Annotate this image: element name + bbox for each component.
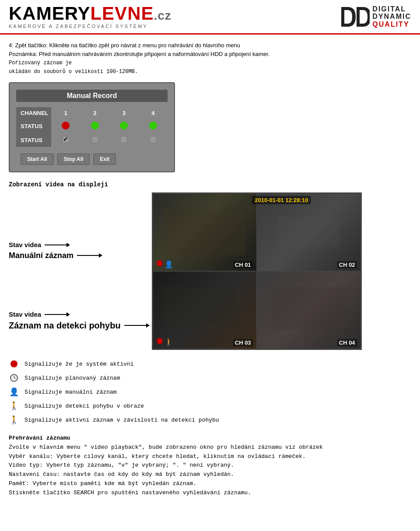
rec-dot-ch01 <box>157 260 163 266</box>
checkbox-1[interactable] <box>51 133 80 147</box>
status-dot-2 <box>80 119 110 133</box>
checkbox-4[interactable] <box>139 133 168 147</box>
start-all-button[interactable]: Start All <box>21 154 54 165</box>
intro-text: 4: Zpět tlačítko: Klikněte na tlačítko z… <box>9 41 411 76</box>
manualni-text: Manuální záznam <box>9 251 74 260</box>
legend-person-run-red-icon: 🚶 <box>9 401 19 411</box>
status-label-1: STATUS <box>16 119 51 133</box>
dot-green-4 <box>149 122 157 129</box>
legend-person-run-green-icon: 🚶 <box>9 415 19 425</box>
ddq-text: DIGITAL DYNAMIC QUALITY <box>372 5 411 28</box>
checkbox-checked-1[interactable] <box>62 136 69 143</box>
legend-icon-1 <box>9 373 19 383</box>
intro-line3: Pořizovaný záznam je ukládán do souborů … <box>9 60 138 75</box>
arrow-line-3 <box>45 314 66 315</box>
header: KAMERYLEVNE.cz KAMEROVÉ A ZABEZPEČOVACÍ … <box>0 0 420 35</box>
label-manualni-zaznam: Manuální záznam <box>9 251 150 260</box>
cam-icons-ch01: 👤 <box>157 260 173 269</box>
stop-all-button[interactable]: Stop All <box>57 154 90 165</box>
logo-left: KAMERYLEVNE.cz KAMEROVÉ A ZABEZPEČOVACÍ … <box>9 4 172 29</box>
cam-label-ch04: CH 04 <box>337 339 357 346</box>
cam-label-ch02: CH 02 <box>337 261 357 269</box>
arrow-line-4 <box>124 325 146 326</box>
side-labels: Stav videa Manuální záznam <box>9 192 152 350</box>
checkbox-2-el[interactable] <box>91 136 98 143</box>
legend-text-0: Signalizuje že je systém aktivní <box>24 361 134 367</box>
cam-label-ch01: CH 01 <box>233 261 253 269</box>
bottom-line-0: Zvolte v hlavním menu " video playback",… <box>9 443 411 452</box>
side-label-bottom: Stav videa Záznam na detekci pohybu <box>9 297 150 332</box>
bottom-heading: Přehrávání záznamu <box>9 434 411 443</box>
label-stav-video-2: Stav videa <box>9 311 150 319</box>
camera-cell-ch04: CH 04 <box>257 271 361 349</box>
ch3: 3 <box>109 107 139 119</box>
legend-dot-red-icon <box>10 360 18 367</box>
arrow-head-4 <box>146 323 150 328</box>
legend-icon-2: 👤 <box>9 387 19 397</box>
legend-person-blue-icon: 👤 <box>9 387 19 397</box>
rec-dot-ch03 <box>157 338 163 344</box>
cam-label-ch03: CH 03 <box>233 339 253 346</box>
table-row-status1: STATUS <box>16 119 168 133</box>
arrow-line-2 <box>77 255 99 256</box>
arrow-1 <box>45 243 70 247</box>
camera-grid-container: 2010-01-01 12:28:10 👤 CH 01 CH 02 <box>152 192 411 350</box>
checkbox-2[interactable] <box>80 133 110 147</box>
mr-buttons: Start All Stop All Exit <box>16 154 168 165</box>
legend-text-1: Signalizuje plánovaný záznam <box>24 375 120 381</box>
intro-line2: Poznámka: Před manuálním nahráváním zkon… <box>9 51 270 57</box>
video-section-heading: Zobrazení videa na displeji <box>9 181 411 188</box>
channel-label: CHANNEL <box>16 107 51 119</box>
arrow-head-3 <box>66 312 70 317</box>
checkbox-3[interactable] <box>109 133 139 147</box>
logo-levne: LEVNE <box>90 3 154 24</box>
camera-cell-ch03: 🚶 CH 03 <box>153 271 257 349</box>
legend-item-0: Signalizuje že je systém aktivní <box>9 359 411 369</box>
zaznam-text: Záznam na detekci pohybu <box>9 321 121 331</box>
bottom-line-1: Výběr kanálu: Vyberte cílový kanál, kter… <box>9 452 411 461</box>
labels-and-grid: Stav videa Manuální záznam <box>9 192 411 350</box>
manual-record-container: Manual Record CHANNEL 1 2 3 4 STATUS <box>9 82 411 172</box>
table-row-status2: STATUS <box>16 133 168 147</box>
logo-subtitle: KAMEROVÉ A ZABEZPEČOVACÍ SYSTÉMY <box>9 24 172 29</box>
dot-red-1 <box>62 122 70 129</box>
stav-text-2: Stav videa <box>9 311 41 318</box>
arrow-4 <box>124 323 150 328</box>
cam-icons-ch03: 🚶 <box>157 338 173 346</box>
checkbox-4-el[interactable] <box>150 136 157 143</box>
bottom-line-5: Stiskněte tlačítko SEARCH pro spuštění n… <box>9 489 411 498</box>
intro-line1: 4: Zpět tlačítko: Klikněte na tlačítko z… <box>9 42 240 49</box>
cam-timestamp: 2010-01-01 12:28:10 <box>252 196 311 204</box>
logo-cz: .cz <box>154 9 171 22</box>
bottom-line-4: Paměť: Vyberte místo paměti kde má být v… <box>9 479 411 489</box>
camera-cell-ch02: CH 02 <box>257 193 361 271</box>
stav-text-1: Stav videa <box>9 241 41 248</box>
legend-clock-icon <box>10 374 18 382</box>
legend-text-4: Signalizuje aktivní záznam v závislosti … <box>24 417 219 423</box>
camera-grid: 👤 CH 01 CH 02 🚶 CH 03 <box>152 192 362 350</box>
main-content: 4: Zpět tlačítko: Klikněte na tlačítko z… <box>0 35 420 504</box>
checkbox-3-el[interactable] <box>120 136 127 143</box>
status-dot-1 <box>51 119 80 133</box>
legend-icon-4: 🚶 <box>9 415 19 425</box>
video-section: Stav videa Manuální záznam <box>9 192 411 350</box>
manual-record-title: Manual Record <box>16 90 168 102</box>
rec-person-ch01: 👤 <box>164 260 173 269</box>
arrow-line-1 <box>45 245 66 245</box>
legend-item-1: Signalizuje plánovaný záznam <box>9 373 411 383</box>
ch4: 4 <box>139 107 168 119</box>
ddq-digital: DIGITAL <box>372 5 411 13</box>
arrow-head-2 <box>99 253 102 258</box>
legend-item-2: 👤 Signalizuje manuální záznam <box>9 387 411 397</box>
legend-icon-3: 🚶 <box>9 401 19 411</box>
ddq-quality: QUALITY <box>372 21 411 28</box>
legend-icon-0 <box>9 359 19 369</box>
status-label-2: STATUS <box>16 133 51 147</box>
dot-green-3 <box>120 122 128 129</box>
legend-text-2: Signalizuje manuální záznam <box>24 389 117 395</box>
ch2: 2 <box>80 107 110 119</box>
bottom-line-2: Video typ: Vyberte typ záznamu, "v" je v… <box>9 461 411 470</box>
exit-button[interactable]: Exit <box>93 154 116 165</box>
ch1: 1 <box>51 107 80 119</box>
arrow-head-1 <box>66 243 70 247</box>
